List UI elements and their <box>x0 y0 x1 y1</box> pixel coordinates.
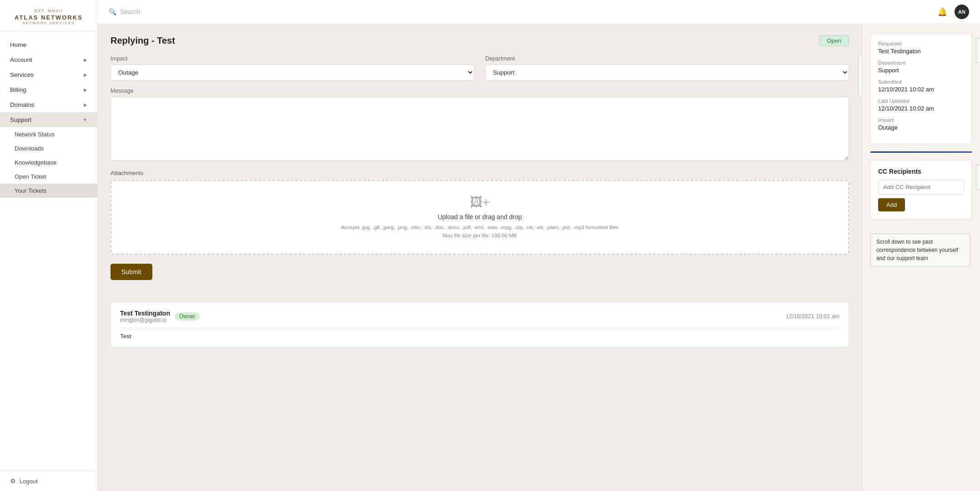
department-section: Department Support <box>485 55 849 80</box>
section-divider <box>870 151 972 153</box>
sidebar-item-account[interactable]: Account ▶ <box>0 52 97 67</box>
avatar-initials: AN <box>958 9 965 15</box>
impact-select[interactable]: Outage <box>111 65 474 80</box>
submit-button[interactable]: Submit <box>111 264 152 280</box>
topbar: 🔍 Search 🔔 AN <box>98 0 980 24</box>
owner-badge: Owner <box>175 312 200 321</box>
user-avatar[interactable]: AN <box>955 5 969 19</box>
impact-callout: Update the impact and department for you… <box>858 55 862 96</box>
sp-department-value: Support <box>878 67 964 74</box>
chevron-down-icon: ▼ <box>83 117 87 122</box>
nav-sublabel-knowledgebase: Knowledgebase <box>15 159 57 166</box>
sp-impact-label: Impact <box>878 117 964 123</box>
cc-section: CC Recipients Add Add CC recipients to y… <box>870 160 972 219</box>
nav-sublabel-downloads: Downloads <box>15 145 44 152</box>
add-cc-button[interactable]: Add <box>878 198 905 211</box>
side-panel: Requester Test Testingaton Department Su… <box>862 24 980 491</box>
cc-callout: Add CC recipients to your ticket in this… <box>976 165 980 190</box>
submitted-value: 12/10/2021 10:02 am <box>878 86 964 93</box>
content-area: Replying - Test Open Impact Outage Depar… <box>98 24 980 491</box>
nav-label-services: Services <box>10 71 34 78</box>
file-drop-zone[interactable]: 🖼+ Upload a file or drag and drop Accept… <box>111 180 849 255</box>
logo-name: ATLAS NETWORKS <box>15 14 83 21</box>
attachments-section: Attachments 🖼+ Upload a file or drag and… <box>111 170 849 255</box>
nav-sublabel-open-ticket: Open Ticket <box>15 173 46 180</box>
main-wrapper: 🔍 Search 🔔 AN Replying - Test Open Impac… <box>98 0 980 491</box>
corr-user: Test Testingaton mingbin@gigabit.io Owne… <box>120 310 200 323</box>
nav-menu: Home Account ▶ Services ▶ Billing ▶ Doma… <box>0 32 97 471</box>
search-placeholder: Search <box>120 8 140 15</box>
last-updated-value: 12/10/2021 10:02 am <box>878 105 964 112</box>
corr-header: Test Testingaton mingbin@gigabit.io Owne… <box>120 310 839 328</box>
chevron-right-icon: ▶ <box>84 57 87 62</box>
sidebar-item-open-ticket[interactable]: Open Ticket <box>0 170 97 184</box>
sp-department-field: Department Support <box>878 60 964 74</box>
requester-field: Requester Test Testingaton <box>878 41 964 55</box>
sp-impact-field: Impact Outage <box>878 117 964 131</box>
nav-label-home: Home <box>10 41 26 48</box>
cc-callout-container: Add CC recipients to your ticket in this… <box>976 165 980 190</box>
nav-label-billing: Billing <box>10 86 26 93</box>
impact-label: Impact <box>111 55 474 62</box>
sidebar-item-network-status[interactable]: Network Status <box>0 127 97 141</box>
requester-label: Requester <box>878 41 964 46</box>
nav-label-account: Account <box>10 56 32 63</box>
sidebar-item-support[interactable]: Support ▼ <box>0 112 97 127</box>
last-updated-field: Last Updated 12/10/2021 10:02 am <box>878 98 964 112</box>
nav-sublabel-network-status: Network Status <box>15 131 55 138</box>
impact-department-row: Impact Outage Department Support Update … <box>111 55 849 80</box>
impact-section: Impact Outage <box>111 55 474 80</box>
side-info-callout-container: View information about your ticket in th… <box>976 38 980 63</box>
message-section: Message Write the message for your reply… <box>111 88 849 162</box>
nav-label-support: Support <box>10 116 31 123</box>
main-panel: Replying - Test Open Impact Outage Depar… <box>98 24 862 491</box>
upload-icon: 🖼+ <box>121 195 839 210</box>
scroll-callout-container: Scroll down to see past correspondence b… <box>870 226 972 266</box>
sidebar-item-domains[interactable]: Domains ▶ <box>0 97 97 112</box>
sidebar-item-your-tickets[interactable]: Your Tickets <box>0 184 97 198</box>
message-textarea[interactable] <box>111 97 849 160</box>
sidebar: EST. MMXII ATLAS NETWORKS NETWORK SERVIC… <box>0 0 98 491</box>
corr-user-info: Test Testingaton mingbin@gigabit.io <box>120 310 170 323</box>
gear-icon: ⚙ <box>10 477 16 485</box>
ticket-info-section: Requester Test Testingaton Department Su… <box>870 33 972 144</box>
chevron-right-icon: ▶ <box>84 102 87 107</box>
logout-label: Logout <box>20 478 38 485</box>
nav-label-domains: Domains <box>10 101 34 108</box>
sidebar-item-downloads[interactable]: Downloads <box>0 141 97 155</box>
logo-area: EST. MMXII ATLAS NETWORKS NETWORK SERVIC… <box>0 0 97 32</box>
scroll-callout: Scroll down to see past correspondence b… <box>870 234 970 266</box>
search-icon: 🔍 <box>109 8 116 15</box>
department-select[interactable]: Support <box>485 65 849 80</box>
drop-title: Upload a file or drag and drop <box>121 213 839 220</box>
chevron-right-icon: ▶ <box>84 72 87 77</box>
status-badge: Open <box>819 35 849 46</box>
nav-sublabel-your-tickets: Your Tickets <box>15 187 46 194</box>
sp-department-label: Department <box>878 60 964 65</box>
sidebar-item-billing[interactable]: Billing ▶ <box>0 82 97 97</box>
bell-icon[interactable]: 🔔 <box>937 7 947 17</box>
message-label: Message <box>111 88 849 94</box>
logo-tagline: EST. MMXII <box>35 8 63 14</box>
corr-name: Test Testingaton <box>120 310 170 317</box>
drop-size: Max file size per file: 100.00 MB <box>121 231 839 240</box>
corr-date: 12/10/2021 10:02 am <box>786 313 839 320</box>
submit-area: Submit once your reply and updates are e… <box>111 264 849 291</box>
ticket-header: Replying - Test Open <box>111 35 849 46</box>
cc-input[interactable] <box>878 180 964 195</box>
chevron-right-icon: ▶ <box>84 87 87 92</box>
sp-impact-value: Outage <box>878 124 964 131</box>
search-bar[interactable]: 🔍 Search <box>109 8 140 15</box>
sidebar-item-services[interactable]: Services ▶ <box>0 67 97 82</box>
attachments-label: Attachments <box>111 170 849 176</box>
correspondence-card: Test Testingaton mingbin@gigabit.io Owne… <box>111 302 849 347</box>
topbar-right: 🔔 AN <box>937 5 969 19</box>
sidebar-item-home[interactable]: Home <box>0 37 97 52</box>
corr-email: mingbin@gigabit.io <box>120 317 170 323</box>
impact-callout-container: Update the impact and department for you… <box>858 55 862 96</box>
sidebar-item-knowledgebase[interactable]: Knowledgebase <box>0 155 97 170</box>
submitted-label: Submitted <box>878 79 964 85</box>
last-updated-label: Last Updated <box>878 98 964 104</box>
logout-button[interactable]: ⚙ Logout <box>0 471 97 491</box>
requester-value: Test Testingaton <box>878 48 964 55</box>
